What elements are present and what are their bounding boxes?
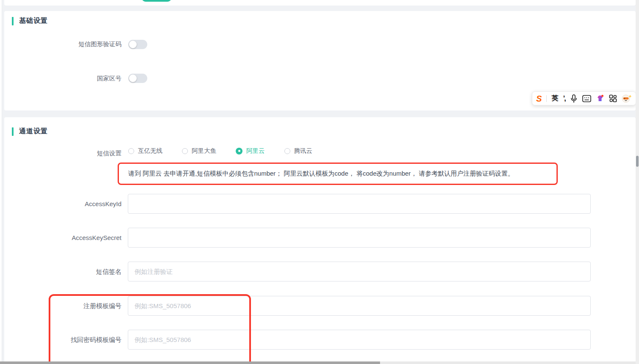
collapsed-sidebar-edge [0, 0, 2, 364]
switch-knob [129, 41, 137, 48]
radio-aliyun[interactable]: 阿里云 [236, 147, 265, 155]
sms-signature-input[interactable] [128, 262, 591, 281]
ime-divider [546, 95, 547, 102]
previous-card-bottom [4, 0, 636, 6]
accesskeysecret-row: AccessKeySecret [34, 228, 595, 248]
accesskeyid-label: AccessKeyId [34, 194, 121, 214]
reset-password-template-input[interactable] [128, 330, 591, 350]
aliyun-notice-text: 请到 阿里云 去申请开通,短信模板中必须包含number； 阿里云默认模板为co… [128, 170, 514, 178]
sms-provider-radio-group: 互亿无线 阿里大鱼 阿里云 腾讯云 [128, 147, 312, 155]
radio-label: 互亿无线 [138, 147, 163, 155]
accesskeyid-row: AccessKeyId [34, 194, 595, 214]
lang-mode-indicator[interactable]: 英 [551, 94, 558, 104]
radio-circle-icon [182, 148, 188, 154]
vertical-scrollbar-thumb[interactable] [636, 156, 639, 167]
sms-captcha-label: 短信图形验证码 [34, 40, 121, 48]
register-template-label: 注册模板编号 [34, 296, 121, 316]
accesskeysecret-label: AccessKeySecret [34, 228, 121, 248]
register-template-row: 注册模板编号 [34, 296, 595, 316]
sms-signature-label: 短信签名 [34, 262, 121, 281]
settings-page: 基础设置 短信图形验证码 国家区号 通道设置 短信设置 互亿无线 阿里大鱼 [0, 0, 639, 364]
register-template-input[interactable] [128, 296, 591, 316]
section-bar [12, 127, 14, 136]
radio-circle-icon [128, 148, 134, 154]
country-code-switch[interactable] [128, 74, 147, 83]
skin-icon[interactable] [596, 94, 604, 104]
radio-label: 阿里大鱼 [192, 147, 216, 155]
save-button-partial[interactable] [142, 0, 171, 2]
sms-setting-label: 短信设置 [34, 149, 121, 157]
horizontal-scrollbar-thumb[interactable] [0, 361, 380, 364]
switch-knob [129, 74, 137, 82]
punctuation-mode-icon[interactable]: ’, [563, 94, 565, 104]
radio-huyi-wuxian[interactable]: 互亿无线 [128, 147, 163, 155]
vertical-scrollbar-track[interactable] [636, 0, 639, 364]
radio-circle-checked-icon [236, 148, 242, 154]
horizontal-scrollbar-track[interactable] [0, 361, 636, 364]
section-bar [12, 17, 14, 25]
basic-settings-title: 基础设置 [12, 17, 48, 25]
keyboard-icon[interactable] [582, 94, 591, 104]
reset-password-template-label: 找回密码模板编号 [34, 330, 121, 350]
accesskeysecret-input[interactable] [128, 228, 591, 248]
ime-toolbar: S 英 ’, [532, 91, 636, 105]
channel-settings-card: 通道设置 短信设置 互亿无线 阿里大鱼 阿里云 腾讯云 请到 阿里云 去申请开通… [4, 117, 636, 364]
section-title-text: 通道设置 [19, 127, 48, 136]
channel-settings-title: 通道设置 [12, 127, 48, 136]
reset-password-template-row: 找回密码模板编号 [34, 330, 595, 350]
radio-label: 腾讯云 [294, 147, 313, 155]
ai-assistant-icon[interactable] [622, 94, 632, 104]
radio-ali-dayu[interactable]: 阿里大鱼 [182, 147, 216, 155]
sms-signature-row: 短信签名 [34, 262, 595, 281]
country-code-label: 国家区号 [34, 74, 121, 83]
microphone-icon[interactable] [570, 94, 578, 104]
sogou-logo-icon[interactable]: S [536, 94, 542, 104]
radio-circle-icon [284, 148, 290, 154]
toolbox-grid-icon[interactable] [609, 94, 617, 104]
aliyun-notice-annotation-box: 请到 阿里云 去申请开通,短信模板中必须包含number； 阿里云默认模板为co… [118, 163, 558, 185]
accesskeyid-input[interactable] [128, 194, 591, 214]
radio-tencent-cloud[interactable]: 腾讯云 [284, 147, 313, 155]
sms-captcha-switch[interactable] [128, 40, 147, 49]
radio-label: 阿里云 [246, 147, 265, 155]
section-title-text: 基础设置 [19, 17, 48, 25]
